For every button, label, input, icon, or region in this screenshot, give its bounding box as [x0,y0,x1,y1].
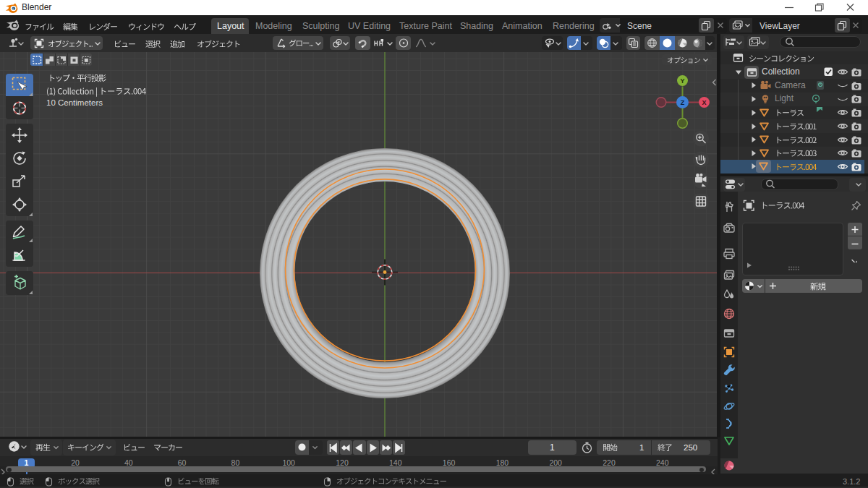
svg-text:Z: Z [681,99,685,106]
svg-text:X: X [702,99,706,106]
svg-text:Y: Y [680,77,684,85]
